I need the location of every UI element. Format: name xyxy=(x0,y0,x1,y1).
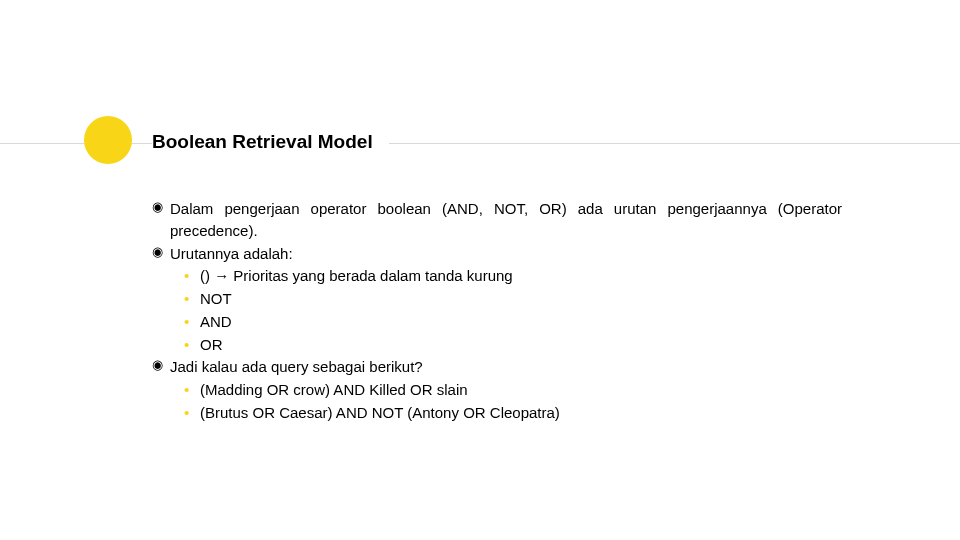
bullet-level2: OR xyxy=(152,334,842,356)
bullet-level2: NOT xyxy=(152,288,842,310)
bullet-level2: AND xyxy=(152,311,842,333)
header-divider xyxy=(0,143,960,144)
bullet-level2: (Madding OR crow) AND Killed OR slain xyxy=(152,379,842,401)
bullet-level2: () → Prioritas yang berada dalam tanda k… xyxy=(152,265,842,287)
bullet-level1: Jadi kalau ada query sebagai berikut? xyxy=(152,356,842,378)
bullet-level2: (Brutus OR Caesar) AND NOT (Antony OR Cl… xyxy=(152,402,842,424)
bullet-level1: Dalam pengerjaan operator boolean (AND, … xyxy=(152,198,842,242)
accent-circle-icon xyxy=(84,116,132,164)
bullet-level1: Urutannya adalah: xyxy=(152,243,842,265)
slide-title: Boolean Retrieval Model xyxy=(152,131,389,153)
slide-content: Dalam pengerjaan operator boolean (AND, … xyxy=(152,198,842,425)
